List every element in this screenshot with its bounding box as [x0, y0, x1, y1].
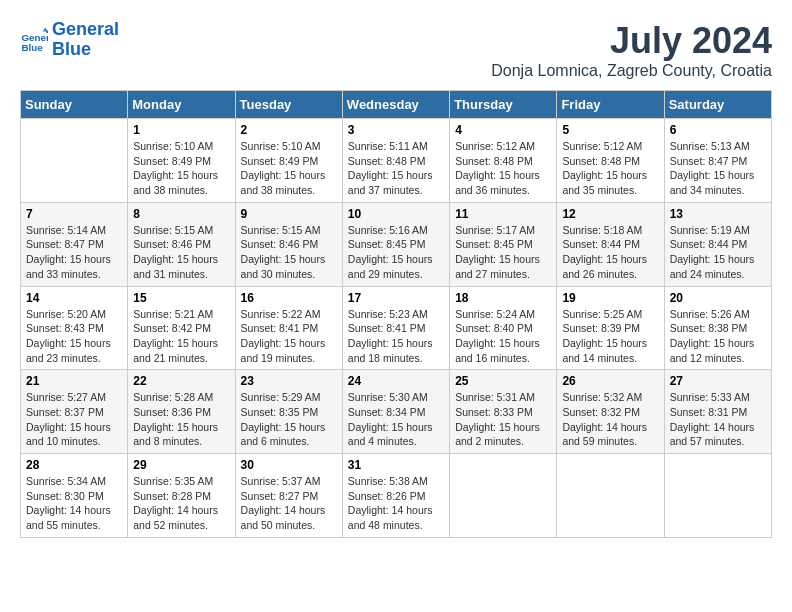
sunrise-text: Sunrise: 5:28 AM — [133, 390, 229, 405]
sunrise-text: Sunrise: 5:22 AM — [241, 307, 337, 322]
daylight-text-cont: and 37 minutes. — [348, 183, 444, 198]
sunrise-text: Sunrise: 5:14 AM — [26, 223, 122, 238]
calendar-cell: 2Sunrise: 5:10 AMSunset: 8:49 PMDaylight… — [235, 119, 342, 203]
calendar-cell: 7Sunrise: 5:14 AMSunset: 8:47 PMDaylight… — [21, 202, 128, 286]
daylight-text-cont: and 57 minutes. — [670, 434, 766, 449]
sunset-text: Sunset: 8:41 PM — [348, 321, 444, 336]
daylight-text-cont: and 33 minutes. — [26, 267, 122, 282]
sunrise-text: Sunrise: 5:32 AM — [562, 390, 658, 405]
sunrise-text: Sunrise: 5:31 AM — [455, 390, 551, 405]
day-number: 14 — [26, 291, 122, 305]
daylight-text: Daylight: 14 hours — [348, 503, 444, 518]
daylight-text-cont: and 21 minutes. — [133, 351, 229, 366]
day-info: Sunrise: 5:19 AMSunset: 8:44 PMDaylight:… — [670, 223, 766, 282]
day-number: 22 — [133, 374, 229, 388]
day-info: Sunrise: 5:35 AMSunset: 8:28 PMDaylight:… — [133, 474, 229, 533]
calendar-cell: 17Sunrise: 5:23 AMSunset: 8:41 PMDayligh… — [342, 286, 449, 370]
daylight-text-cont: and 18 minutes. — [348, 351, 444, 366]
daylight-text: Daylight: 15 hours — [670, 252, 766, 267]
day-info: Sunrise: 5:33 AMSunset: 8:31 PMDaylight:… — [670, 390, 766, 449]
sunset-text: Sunset: 8:35 PM — [241, 405, 337, 420]
day-number: 28 — [26, 458, 122, 472]
calendar-cell: 14Sunrise: 5:20 AMSunset: 8:43 PMDayligh… — [21, 286, 128, 370]
sunrise-text: Sunrise: 5:30 AM — [348, 390, 444, 405]
day-info: Sunrise: 5:13 AMSunset: 8:47 PMDaylight:… — [670, 139, 766, 198]
calendar-table: SundayMondayTuesdayWednesdayThursdayFrid… — [20, 90, 772, 538]
day-number: 16 — [241, 291, 337, 305]
calendar-cell: 29Sunrise: 5:35 AMSunset: 8:28 PMDayligh… — [128, 454, 235, 538]
daylight-text: Daylight: 15 hours — [348, 168, 444, 183]
day-info: Sunrise: 5:10 AMSunset: 8:49 PMDaylight:… — [241, 139, 337, 198]
daylight-text-cont: and 59 minutes. — [562, 434, 658, 449]
sunrise-text: Sunrise: 5:23 AM — [348, 307, 444, 322]
daylight-text-cont: and 52 minutes. — [133, 518, 229, 533]
calendar-cell: 9Sunrise: 5:15 AMSunset: 8:46 PMDaylight… — [235, 202, 342, 286]
daylight-text: Daylight: 15 hours — [455, 252, 551, 267]
calendar-cell: 16Sunrise: 5:22 AMSunset: 8:41 PMDayligh… — [235, 286, 342, 370]
daylight-text-cont: and 31 minutes. — [133, 267, 229, 282]
title-section: July 2024 Donja Lomnica, Zagreb County, … — [491, 20, 772, 80]
sunset-text: Sunset: 8:49 PM — [241, 154, 337, 169]
column-header-friday: Friday — [557, 91, 664, 119]
sunset-text: Sunset: 8:38 PM — [670, 321, 766, 336]
sunset-text: Sunset: 8:48 PM — [562, 154, 658, 169]
day-number: 26 — [562, 374, 658, 388]
sunrise-text: Sunrise: 5:26 AM — [670, 307, 766, 322]
daylight-text: Daylight: 15 hours — [26, 420, 122, 435]
daylight-text: Daylight: 14 hours — [562, 420, 658, 435]
calendar-cell: 31Sunrise: 5:38 AMSunset: 8:26 PMDayligh… — [342, 454, 449, 538]
daylight-text-cont: and 2 minutes. — [455, 434, 551, 449]
sunset-text: Sunset: 8:31 PM — [670, 405, 766, 420]
sunrise-text: Sunrise: 5:25 AM — [562, 307, 658, 322]
column-header-thursday: Thursday — [450, 91, 557, 119]
day-number: 21 — [26, 374, 122, 388]
sunset-text: Sunset: 8:47 PM — [26, 237, 122, 252]
sunset-text: Sunset: 8:44 PM — [670, 237, 766, 252]
header: General Blue General Blue July 2024 Donj… — [20, 20, 772, 80]
sunrise-text: Sunrise: 5:27 AM — [26, 390, 122, 405]
sunrise-text: Sunrise: 5:12 AM — [562, 139, 658, 154]
calendar-cell — [450, 454, 557, 538]
sunset-text: Sunset: 8:28 PM — [133, 489, 229, 504]
day-number: 29 — [133, 458, 229, 472]
daylight-text-cont: and 30 minutes. — [241, 267, 337, 282]
calendar-cell: 21Sunrise: 5:27 AMSunset: 8:37 PMDayligh… — [21, 370, 128, 454]
daylight-text-cont: and 24 minutes. — [670, 267, 766, 282]
day-info: Sunrise: 5:20 AMSunset: 8:43 PMDaylight:… — [26, 307, 122, 366]
calendar-cell: 26Sunrise: 5:32 AMSunset: 8:32 PMDayligh… — [557, 370, 664, 454]
sunrise-text: Sunrise: 5:11 AM — [348, 139, 444, 154]
sunset-text: Sunset: 8:39 PM — [562, 321, 658, 336]
sunrise-text: Sunrise: 5:13 AM — [670, 139, 766, 154]
daylight-text: Daylight: 15 hours — [241, 336, 337, 351]
calendar-week-4: 21Sunrise: 5:27 AMSunset: 8:37 PMDayligh… — [21, 370, 772, 454]
daylight-text-cont: and 35 minutes. — [562, 183, 658, 198]
day-number: 7 — [26, 207, 122, 221]
day-number: 11 — [455, 207, 551, 221]
day-info: Sunrise: 5:32 AMSunset: 8:32 PMDaylight:… — [562, 390, 658, 449]
sunset-text: Sunset: 8:27 PM — [241, 489, 337, 504]
daylight-text: Daylight: 15 hours — [348, 336, 444, 351]
sunrise-text: Sunrise: 5:38 AM — [348, 474, 444, 489]
daylight-text: Daylight: 15 hours — [241, 420, 337, 435]
daylight-text: Daylight: 15 hours — [133, 168, 229, 183]
sunset-text: Sunset: 8:42 PM — [133, 321, 229, 336]
calendar-cell: 20Sunrise: 5:26 AMSunset: 8:38 PMDayligh… — [664, 286, 771, 370]
calendar-cell: 10Sunrise: 5:16 AMSunset: 8:45 PMDayligh… — [342, 202, 449, 286]
daylight-text: Daylight: 14 hours — [26, 503, 122, 518]
daylight-text-cont: and 16 minutes. — [455, 351, 551, 366]
sunset-text: Sunset: 8:43 PM — [26, 321, 122, 336]
calendar-cell: 25Sunrise: 5:31 AMSunset: 8:33 PMDayligh… — [450, 370, 557, 454]
calendar-cell: 15Sunrise: 5:21 AMSunset: 8:42 PMDayligh… — [128, 286, 235, 370]
sunrise-text: Sunrise: 5:24 AM — [455, 307, 551, 322]
calendar-week-3: 14Sunrise: 5:20 AMSunset: 8:43 PMDayligh… — [21, 286, 772, 370]
day-number: 30 — [241, 458, 337, 472]
day-number: 1 — [133, 123, 229, 137]
daylight-text: Daylight: 15 hours — [133, 336, 229, 351]
sunset-text: Sunset: 8:32 PM — [562, 405, 658, 420]
sunrise-text: Sunrise: 5:21 AM — [133, 307, 229, 322]
day-number: 17 — [348, 291, 444, 305]
day-info: Sunrise: 5:12 AMSunset: 8:48 PMDaylight:… — [455, 139, 551, 198]
day-info: Sunrise: 5:37 AMSunset: 8:27 PMDaylight:… — [241, 474, 337, 533]
daylight-text-cont: and 48 minutes. — [348, 518, 444, 533]
daylight-text-cont: and 14 minutes. — [562, 351, 658, 366]
